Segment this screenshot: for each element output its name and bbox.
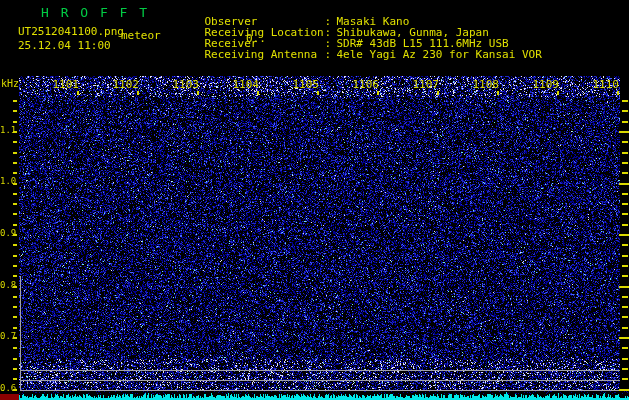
time-tick-label: 1107 (409, 79, 439, 90)
output-filename: UT2512041100.png (18, 26, 124, 37)
freq-tick-label: 0.7 (0, 332, 16, 341)
mode-label: meteor (121, 30, 161, 41)
hrofft-screen: H R O F F T UT2512041100.png meteor 25.1… (0, 0, 629, 400)
time-tick-label: 1109 (529, 79, 559, 90)
field-label: Receiving Antenna (205, 49, 325, 60)
time-tick-label: 1104 (229, 79, 259, 90)
time-tick-label: 1101 (49, 79, 79, 90)
datetime-label: 25.12.04 11:00 (18, 40, 111, 51)
freq-tick-label: 0.9 (0, 229, 16, 238)
freq-tick-label: 1.0 (0, 177, 16, 186)
time-tick-label: 1105 (289, 79, 319, 90)
header-row-antenna: Receiving Antenna:4ele Yagi Az 230 for K… (178, 38, 542, 71)
freq-tick-label: 0.6 (0, 384, 16, 393)
time-tick-label: 1108 (469, 79, 499, 90)
freq-tick-label: 1.1 (0, 126, 16, 135)
freq-tick-label: 0.8 (0, 281, 16, 290)
app-title: H R O F F T (41, 6, 149, 19)
time-tick-label: 1110 (589, 79, 619, 90)
field-separator: : (325, 49, 337, 60)
time-tick-label: 1102 (109, 79, 139, 90)
field-value: 4ele Yagi Az 230 for Kansai VOR (337, 48, 542, 61)
time-tick-label: 1106 (349, 79, 379, 90)
freq-axis-unit: kHz (1, 79, 19, 89)
time-tick-label: 1103 (169, 79, 199, 90)
